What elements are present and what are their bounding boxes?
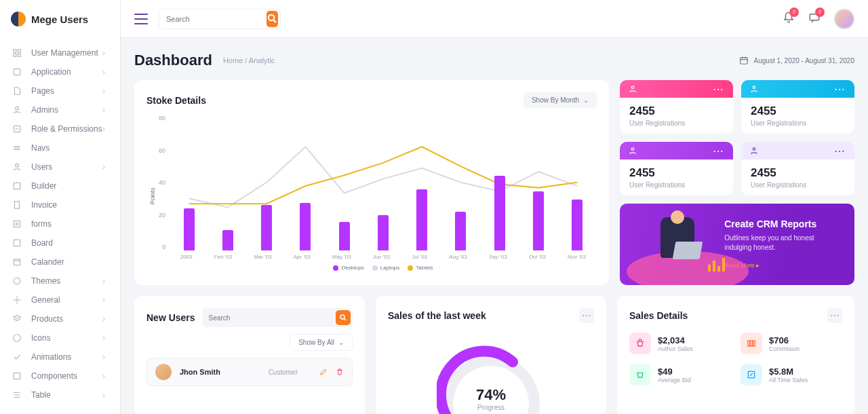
- messages-button[interactable]: 2: [808, 12, 821, 26]
- chevron-right-icon: ›: [102, 352, 109, 362]
- bar: [339, 222, 350, 251]
- legend-item: Laptops: [372, 265, 399, 271]
- nav-label: Application: [31, 67, 102, 77]
- svg-rect-9: [15, 202, 20, 209]
- more-button[interactable]: ⋯: [579, 308, 594, 323]
- sidebar-item-products[interactable]: Products›: [0, 309, 120, 328]
- bar: [222, 230, 233, 250]
- nav-icon: [11, 237, 23, 249]
- nav-label: forms: [31, 219, 109, 229]
- date-range-picker[interactable]: August 1, 2020 - August 31, 2020: [739, 56, 854, 65]
- sales-item-value: $2,034: [658, 335, 693, 345]
- sidebar-item-table[interactable]: Table›: [0, 385, 120, 404]
- brand-name: Mege Users: [31, 14, 88, 25]
- nav-label: Themes: [31, 276, 102, 286]
- svg-point-29: [340, 315, 344, 319]
- stat-label: User Registrations: [629, 181, 724, 189]
- sales-item: $2,034Author Sales: [629, 333, 731, 354]
- new-users-search-input[interactable]: [202, 314, 336, 322]
- sales-item-label: Author Sales: [658, 345, 693, 352]
- sidebar-item-animations[interactable]: Animations›: [0, 347, 120, 366]
- delete-icon[interactable]: [336, 368, 344, 376]
- sidebar-item-pages[interactable]: Pages›: [0, 81, 120, 100]
- sidebar-item-user-management[interactable]: User Management›: [0, 43, 120, 62]
- more-button[interactable]: ⋯: [713, 145, 725, 157]
- edit-icon[interactable]: [319, 368, 328, 376]
- y-axis-label: Points: [149, 187, 156, 204]
- nav-icon: [11, 142, 23, 154]
- svg-point-16: [14, 335, 21, 342]
- chevron-right-icon: ›: [102, 295, 109, 305]
- sidebar-item-invoice[interactable]: Invoice: [0, 195, 120, 214]
- sidebar-item-builder[interactable]: Builder: [0, 176, 120, 195]
- stat-label: User Registrations: [751, 181, 845, 189]
- menu-toggle-icon[interactable]: [134, 14, 148, 24]
- bar: [533, 191, 544, 251]
- sidebar-item-components[interactable]: Components›: [0, 366, 120, 385]
- new-users-filter[interactable]: Show By All ⌄: [290, 334, 353, 351]
- more-button[interactable]: ⋯: [834, 83, 846, 96]
- new-users-card: New Users Show By All ⌄: [134, 296, 365, 414]
- legend-item: Desktops: [333, 265, 363, 271]
- bar: [184, 208, 195, 251]
- sidebar-item-application[interactable]: Application›: [0, 62, 120, 81]
- search-icon: [267, 13, 278, 24]
- search-input[interactable]: [159, 15, 267, 23]
- calendar-icon: [739, 56, 749, 65]
- sidebar-item-role-permissions[interactable]: Role & Permissions›: [0, 119, 120, 138]
- nav-icon: [11, 275, 23, 287]
- sidebar-item-admins[interactable]: Admins›: [0, 100, 120, 119]
- gauge-label: Progress: [437, 404, 545, 411]
- sales-item-icon: [741, 364, 762, 385]
- sales-item-label: Commision: [769, 345, 800, 352]
- sales-week-title: Sales of the last week: [388, 310, 486, 321]
- nav-label: Animations: [31, 352, 102, 362]
- search-button[interactable]: [267, 11, 278, 27]
- sidebar-item-users[interactable]: Users›: [0, 157, 120, 176]
- stat-card: ⋯2455User Registrations: [620, 80, 733, 134]
- filter-label: Show By All: [298, 339, 334, 346]
- svg-rect-12: [14, 259, 20, 265]
- legend-label: Tablets: [416, 265, 433, 271]
- chart-period-dropdown[interactable]: Show By Month ⌄: [524, 92, 597, 108]
- sidebar-item-forms[interactable]: forms: [0, 214, 120, 233]
- more-button[interactable]: ⋯: [834, 145, 846, 157]
- sidebar-item-board[interactable]: Board: [0, 233, 120, 252]
- nav-label: Role & Permissions: [31, 124, 102, 134]
- nav-icon: [11, 351, 23, 363]
- stat-value: 2455: [751, 166, 845, 180]
- stat-icon: [749, 84, 759, 94]
- gauge-value: 74%: [437, 386, 545, 404]
- chevron-right-icon: ›: [102, 48, 109, 58]
- user-avatar[interactable]: [834, 9, 854, 29]
- stat-label: User Registrations: [629, 119, 724, 127]
- chevron-right-icon: ›: [102, 86, 109, 96]
- breadcrumb-home[interactable]: Home: [223, 56, 243, 64]
- bar: [572, 200, 583, 250]
- more-button[interactable]: ⋯: [827, 308, 842, 323]
- stoke-details-card: Stoke Details Show By Month ⌄ Points 806…: [134, 80, 609, 285]
- sidebar-item-icons[interactable]: Icons›: [0, 328, 120, 347]
- more-button[interactable]: ⋯: [713, 83, 725, 96]
- sidebar-item-themes[interactable]: Themes›: [0, 271, 120, 290]
- nav-icon: [11, 294, 23, 306]
- sidebar: Mege Users User Management›Application›P…: [0, 0, 121, 414]
- bar: [416, 189, 427, 250]
- svg-rect-2: [14, 54, 16, 56]
- svg-point-26: [753, 86, 755, 89]
- logo-icon: [11, 12, 26, 26]
- sidebar-item-navs[interactable]: Navs: [0, 138, 120, 157]
- svg-rect-4: [14, 69, 20, 75]
- nav-icon: [11, 370, 23, 382]
- breadcrumb-current: Analytic: [249, 56, 275, 64]
- new-users-search-button[interactable]: [336, 310, 351, 325]
- stat-icon: [628, 146, 637, 155]
- nav-icon: [11, 389, 23, 401]
- nav-icon: [11, 218, 23, 230]
- global-search: [159, 9, 281, 29]
- nav-icon: [11, 85, 23, 97]
- sidebar-item-general[interactable]: General›: [0, 290, 120, 309]
- notifications-button[interactable]: 2: [783, 12, 795, 26]
- logo[interactable]: Mege Users: [0, 0, 120, 38]
- sidebar-item-calander[interactable]: Calander: [0, 252, 120, 271]
